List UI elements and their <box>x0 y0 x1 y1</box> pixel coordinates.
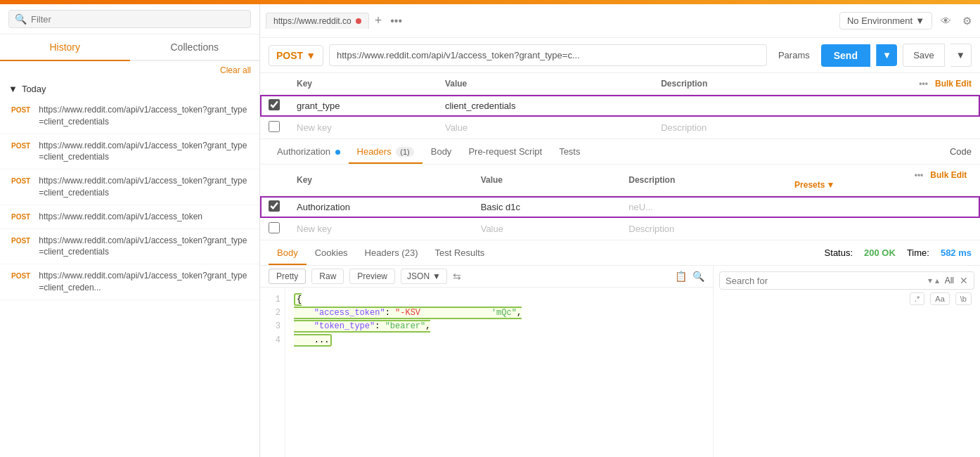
hcol-key: Key <box>288 165 472 196</box>
search-panel: ▾ ▴ All ✕ .* Aa \b <box>713 266 980 457</box>
copy-icon[interactable]: 📋 <box>675 271 687 282</box>
response-body-left: Pretty Raw Preview JSON ▼ ⇆ 📋 🔍 1 <box>260 266 713 457</box>
presets-button[interactable]: Presets ▼ <box>794 180 972 190</box>
tab-authorization[interactable]: Authorization <box>269 139 349 164</box>
history-url: https://www.reddit.com/api/v1/access_tok… <box>39 235 251 259</box>
search-response-input[interactable] <box>726 276 925 286</box>
env-label: No Environment <box>847 15 913 26</box>
tab-body[interactable]: Body <box>423 139 460 164</box>
wrap-icon[interactable]: ⇆ <box>453 271 461 282</box>
search-options: .* Aa \b <box>719 292 974 305</box>
list-item[interactable]: POST https://www.reddit.com/api/v1/acces… <box>0 229 259 265</box>
headers-bulk-edit-button[interactable]: Bulk Edit <box>930 170 967 180</box>
history-group: ▼ Today <box>0 79 259 98</box>
resp-tab-cookies[interactable]: Cookies <box>307 240 356 265</box>
resp-tab-headers[interactable]: Headers (23) <box>356 240 427 265</box>
table-row: grant_type client_credentials <box>260 95 980 117</box>
col-value: Value <box>437 73 652 95</box>
resp-tab-body[interactable]: Body <box>269 240 307 265</box>
param-key: grant_type <box>288 95 437 117</box>
col-desc: Description <box>652 73 808 95</box>
tab-url: https://www.reddit.co <box>273 16 352 26</box>
row-checkbox[interactable] <box>269 99 280 110</box>
code-link[interactable]: Code <box>950 146 972 157</box>
params-table: Key Value Description ••• Bulk Edit gran… <box>260 73 980 139</box>
code-content: { "access_token": "-KSV 'mQc", "token_ty… <box>285 288 713 457</box>
more-dots-icon[interactable]: ••• <box>919 79 928 89</box>
list-item[interactable]: POST https://www.reddit.com/api/v1/acces… <box>0 205 259 229</box>
send-button[interactable]: Send <box>821 44 870 67</box>
search-wrap[interactable]: 🔍 <box>8 10 251 28</box>
method-badge: POST <box>8 176 33 186</box>
header-row-checkbox[interactable] <box>269 200 280 212</box>
bulk-edit-button[interactable]: Bulk Edit <box>935 79 972 89</box>
chevron-down-icon: ▼ <box>8 84 18 94</box>
time-value: 582 ms <box>941 247 972 258</box>
env-select[interactable]: No Environment ▼ <box>839 12 932 30</box>
search-response-icon[interactable]: 🔍 <box>692 271 704 282</box>
param-desc <box>652 95 808 117</box>
format-select[interactable]: JSON ▼ <box>401 269 447 284</box>
list-item[interactable]: POST https://www.reddit.com/api/v1/acces… <box>0 169 259 205</box>
method-select[interactable]: POST ▼ <box>269 45 323 66</box>
header-key: Authorization <box>288 196 472 219</box>
new-header-checkbox[interactable] <box>269 222 280 233</box>
all-label[interactable]: All <box>942 276 957 285</box>
req-nav: Authorization Headers (1) Body Pre-reque… <box>260 139 980 165</box>
more-dots-icon[interactable]: ••• <box>915 170 924 180</box>
method-badge: POST <box>8 236 33 245</box>
list-item[interactable]: POST https://www.reddit.com/api/v1/acces… <box>0 134 259 170</box>
status-value: 200 OK <box>864 247 896 258</box>
gear-icon[interactable]: ⚙ <box>960 12 974 30</box>
filter-input[interactable] <box>31 14 245 25</box>
eye-icon[interactable]: 👁 <box>938 12 954 30</box>
tab-bar: https://www.reddit.co + ••• No Environme… <box>260 4 980 38</box>
tab-prerequest[interactable]: Pre-request Script <box>460 139 550 164</box>
hcol-value: Value <box>472 165 621 196</box>
list-item[interactable]: POST https://www.reddit.com/api/v1/acces… <box>0 98 259 134</box>
search-panel-input-row: ▾ ▴ All ✕ <box>719 271 974 290</box>
new-header-value: Value <box>472 218 621 240</box>
raw-button[interactable]: Raw <box>311 269 344 284</box>
method-badge: POST <box>8 271 33 281</box>
close-icon[interactable]: ✕ <box>960 275 968 286</box>
case-sensitive-button[interactable]: Aa <box>930 292 949 305</box>
request-tab[interactable]: https://www.reddit.co <box>266 13 369 29</box>
history-list: POST https://www.reddit.com/api/v1/acces… <box>0 98 259 457</box>
format-label: JSON <box>407 271 430 281</box>
send-dropdown-button[interactable]: ▼ <box>876 44 897 66</box>
right-panel: https://www.reddit.co + ••• No Environme… <box>260 4 980 457</box>
chevron-down-icon[interactable]: ▾ <box>928 276 932 285</box>
headers-table: Key Value Description ••• Bulk Edit Pres… <box>260 165 980 240</box>
preview-button[interactable]: Preview <box>349 269 395 284</box>
history-url: https://www.reddit.com/api/v1/access_tok… <box>39 270 251 294</box>
resp-tab-test-results[interactable]: Test Results <box>426 240 493 265</box>
header-desc: neU... <box>620 196 786 219</box>
tab-collections[interactable]: Collections <box>130 34 260 60</box>
tab-headers[interactable]: Headers (1) <box>349 139 423 164</box>
whole-word-button[interactable]: \b <box>955 292 972 305</box>
regex-button[interactable]: .* <box>910 292 924 305</box>
chevron-up-icon[interactable]: ▴ <box>935 276 939 285</box>
tab-tests[interactable]: Tests <box>550 139 588 164</box>
status-label: Status: <box>825 247 853 258</box>
history-url: https://www.reddit.com/api/v1/access_tok… <box>39 211 202 223</box>
new-desc: Description <box>652 117 808 139</box>
response-body: Pretty Raw Preview JSON ▼ ⇆ 📋 🔍 1 <box>260 266 980 457</box>
new-row-checkbox[interactable] <box>269 121 280 132</box>
chevron-down-icon: ▼ <box>915 15 924 26</box>
history-url: https://www.reddit.com/api/v1/access_tok… <box>39 140 251 164</box>
list-item[interactable]: POST https://www.reddit.com/api/v1/acces… <box>0 264 259 300</box>
new-header-desc: Description <box>620 218 786 240</box>
add-tab-button[interactable]: + <box>372 13 385 28</box>
more-tabs-button[interactable]: ••• <box>387 15 405 27</box>
tab-history[interactable]: History <box>0 34 130 61</box>
save-dropdown-button[interactable]: ▼ <box>950 44 972 67</box>
group-label: Today <box>22 84 46 94</box>
pretty-button[interactable]: Pretty <box>269 269 306 284</box>
params-button[interactable]: Params <box>773 50 815 60</box>
request-bar: POST ▼ Params Send ▼ Save ▼ <box>260 38 980 73</box>
clear-all-button[interactable]: Clear all <box>0 61 259 79</box>
url-input[interactable] <box>329 44 767 66</box>
save-button[interactable]: Save <box>903 44 945 67</box>
